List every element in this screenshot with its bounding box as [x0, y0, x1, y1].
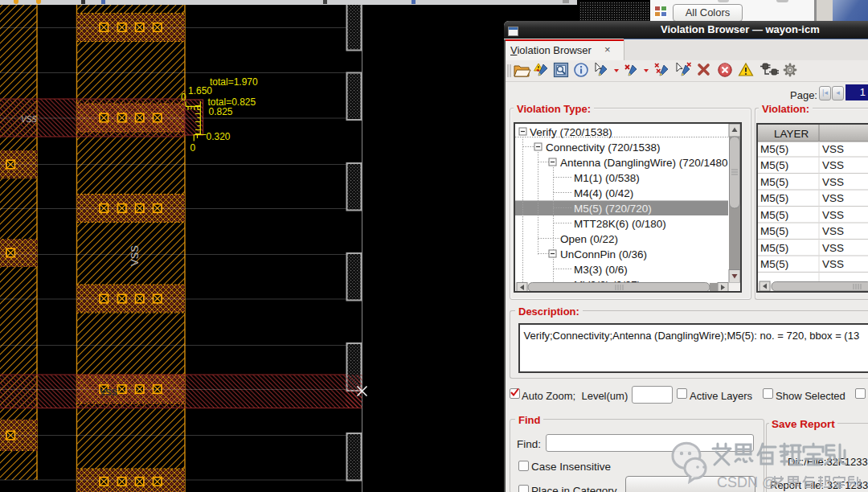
svg-text:M5(5): M5(5) — [760, 175, 788, 187]
svg-text:VSS: VSS — [822, 175, 844, 187]
svg-text:CSDN @: CSDN @ — [717, 474, 776, 490]
svg-text:VSS: VSS — [822, 208, 844, 220]
svg-text:0: 0 — [181, 92, 186, 103]
svg-text:total=1.970: total=1.970 — [210, 76, 258, 88]
svg-text:0.825: 0.825 — [209, 106, 233, 117]
svg-text:VSS: VSS — [100, 387, 117, 397]
svg-text:M5(5): M5(5) — [760, 159, 788, 171]
svg-text:M4(4) (0/42): M4(4) (0/42) — [574, 187, 633, 199]
svg-text:MTT28K(6) (0/180): MTT28K(6) (0/180) — [574, 218, 666, 230]
svg-text:0: 0 — [190, 142, 196, 154]
svg-text:0.320: 0.320 — [207, 131, 231, 142]
svg-text:VSS: VSS — [822, 241, 844, 253]
svg-text:1.650: 1.650 — [188, 85, 212, 96]
svg-text:VSS: VSS — [822, 258, 844, 270]
svg-text:VSS: VSS — [21, 115, 37, 124]
svg-text:M5(5) (720/720): M5(5) (720/720) — [574, 203, 652, 215]
svg-text:VSS: VSS — [822, 225, 844, 237]
svg-text:M1(1) (0/538): M1(1) (0/538) — [574, 172, 640, 184]
svg-text:VSS: VSS — [822, 142, 844, 154]
svg-text:UnConnPin (0/36): UnConnPin (0/36) — [560, 248, 647, 260]
svg-text:Antenna (DanglingWire) (720/14: Antenna (DanglingWire) (720/1480 — [560, 157, 728, 169]
svg-text:Verify (720/1538): Verify (720/1538) — [530, 126, 612, 138]
svg-text:M5(5): M5(5) — [760, 142, 788, 154]
svg-text:M5(5): M5(5) — [760, 192, 788, 204]
svg-text:M5(5): M5(5) — [760, 208, 788, 220]
svg-text:Connectivity (720/1538): Connectivity (720/1538) — [546, 141, 661, 154]
svg-text:VSS: VSS — [822, 192, 844, 204]
svg-text:M3(3) (0/6): M3(3) (0/6) — [574, 264, 628, 276]
svg-text:VSS: VSS — [822, 159, 844, 171]
svg-text:Open (0/22): Open (0/22) — [560, 233, 618, 245]
svg-text:M5(5): M5(5) — [760, 241, 788, 253]
svg-text:VSS: VSS — [129, 245, 141, 266]
svg-text:LAYER: LAYER — [774, 127, 809, 139]
svg-text:M5(5): M5(5) — [760, 258, 788, 270]
svg-text:M5(5): M5(5) — [760, 225, 788, 237]
